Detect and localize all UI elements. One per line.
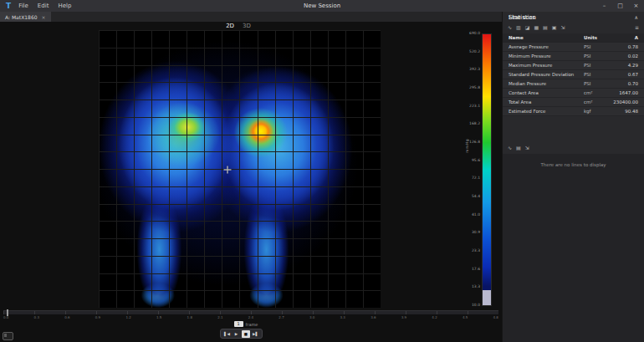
grid-icon[interactable]: ▤ [543,24,548,30]
stats-row: Standard Pressure DeviationPSI0.67 [503,70,644,79]
bar-chart-icon[interactable]: ▥ [516,24,521,30]
timeline-tick: 0.9 [95,315,100,319]
mode-3d-button[interactable]: 3D [243,23,251,29]
statistics-toolbar: ∿▥◪▦▤▣⇲≡ [503,23,644,32]
menu-help[interactable]: Help [58,3,71,9]
maximize-button[interactable]: □ [612,0,628,12]
pressure-heatmap[interactable] [99,30,381,308]
table-icon[interactable]: ▦ [534,24,539,30]
minimize-button[interactable]: – [596,0,612,12]
color-scale-tick: 126.8 [469,140,480,144]
line-scan-collapse-icon[interactable]: ∧ [635,14,638,20]
line-scan-empty-message: There are no lines to display [540,162,606,167]
first-frame-button[interactable]: ▌◀ [223,330,231,338]
tab-close-icon[interactable]: × [42,14,46,20]
stat-name: Maximum Pressure [503,61,580,70]
stat-units: PSI [580,43,610,52]
stats-col-units: Units [580,33,610,43]
stats-row: Maximum PressurePSI4.29 [503,61,644,70]
timeline-scrubber[interactable] [3,310,498,314]
menu-edit[interactable]: Edit [38,3,49,9]
panel-toggle-glyph [4,334,7,337]
stat-units: PSI [580,61,610,70]
timeline-tick: 4.5 [463,315,468,319]
timeline-tick: 3.0 [309,315,314,319]
stats-row: Minimum PressurePSI0.02 [503,52,644,61]
titlebar: T File Edit Help New Session – □ × [0,0,644,12]
stats-row: Contact Areacm²1647.00 [503,89,644,98]
play-button[interactable]: ▶ [233,330,240,338]
mode-2d-button[interactable]: 2D [226,23,234,29]
stat-name: Median Pressure [503,79,580,89]
area-chart-icon[interactable]: ◪ [525,24,530,30]
app-window: T File Edit Help New Session – □ × A: Ma… [0,0,644,342]
color-scale-tick: 520.2 [469,49,480,54]
panel-menu-icon[interactable]: ≡ [635,24,639,30]
export-icon[interactable]: ⇲ [525,145,529,151]
timeline-tick: 0.6 [64,315,69,319]
line-chart-icon[interactable]: ∿ [508,145,512,151]
timeline-tick: 1.8 [187,315,192,319]
timeline-tick: 2.4 [248,315,253,319]
line-scan-header[interactable]: Line scan ∧ [503,12,644,23]
stats-row: Average PressurePSI0.78 [503,43,644,52]
stat-name: Average Pressure [503,43,580,52]
stats-row: Total Areacm²230400.00 [503,98,644,107]
view-mode-toggle: 2D3D [205,23,272,29]
stop-button[interactable]: ■ [242,330,250,338]
stat-value: 230400.00 [610,98,644,107]
stats-row: Median PressurePSI0.70 [503,79,644,89]
color-scale-tick: 392.3 [469,67,480,71]
export-icon[interactable]: ⇲ [560,24,565,30]
color-scale-tick: 41.0 [472,212,480,217]
timeline-tick: 3.9 [401,315,406,319]
snapshot-icon[interactable]: ▣ [552,24,557,30]
menu-file[interactable]: File [18,3,28,9]
sensor-grid [99,30,381,308]
viewer: 2D3D 690.0520.2392.3295.8223.1168.2126.8… [0,22,502,342]
stats-col-name: Name [503,33,580,43]
color-scale-tick: 10.0 [472,303,480,307]
stat-name: Total Area [503,98,580,107]
stat-value: 0.78 [610,43,644,52]
last-frame-button[interactable]: ▶▌ [252,330,259,338]
window-title: New Session [304,3,340,9]
timeline-tick: 0.3 [34,315,39,319]
timeline-tick: 3.3 [340,315,345,319]
tab-matx1860[interactable]: A: MatX1860 × [0,12,51,22]
stat-units: PSI [580,70,610,79]
timeline-tick: 0.0 [3,315,8,319]
app-logo[interactable]: T [6,0,11,12]
color-scale-tick: 17.6 [472,267,480,271]
color-scale [482,33,492,306]
panel-toggle-icon[interactable] [3,332,13,340]
line-chart-icon[interactable]: ∿ [508,24,512,30]
line-scan-toolbar: ∿▤⇲ [503,143,644,152]
close-button[interactable]: × [628,0,644,12]
stat-units: PSI [580,79,610,89]
color-scale-tick: 54.4 [472,194,480,198]
color-scale-tick: 72.1 [472,176,480,180]
timeline-tick: 2.7 [279,315,284,319]
stat-name: Minimum Pressure [503,52,580,61]
stat-name: Standard Pressure Deviation [503,70,580,79]
stat-units: PSI [580,52,610,61]
grid-icon[interactable]: ▤ [516,145,521,151]
stat-name: Contact Area [503,89,580,98]
stat-units: kgf [580,107,610,116]
color-scale-tick: 95.6 [472,158,480,162]
timeline-tick: 1.2 [125,315,130,319]
frame-label: frame [246,322,258,327]
tab-bar: A: MatX1860 × [0,12,502,22]
timeline-tick: 1.5 [156,315,161,319]
color-scale-tick: 223.1 [469,104,480,108]
right-panel: Statistics ∧ ∿▥◪▦▤▣⇲≡ NameUnitsA Average… [502,12,644,342]
color-scale-tick: 23.3 [472,248,480,253]
stat-units: cm² [580,89,610,98]
timeline-tick: 4.8 [493,315,498,319]
frame-input[interactable]: 1 [234,321,243,327]
line-scan-empty-area: There are no lines to display [503,154,644,342]
color-scale-tick: 30.9 [472,230,480,234]
color-scale-tick: 13.3 [472,284,480,288]
cursor-crosshair-icon [224,166,232,173]
